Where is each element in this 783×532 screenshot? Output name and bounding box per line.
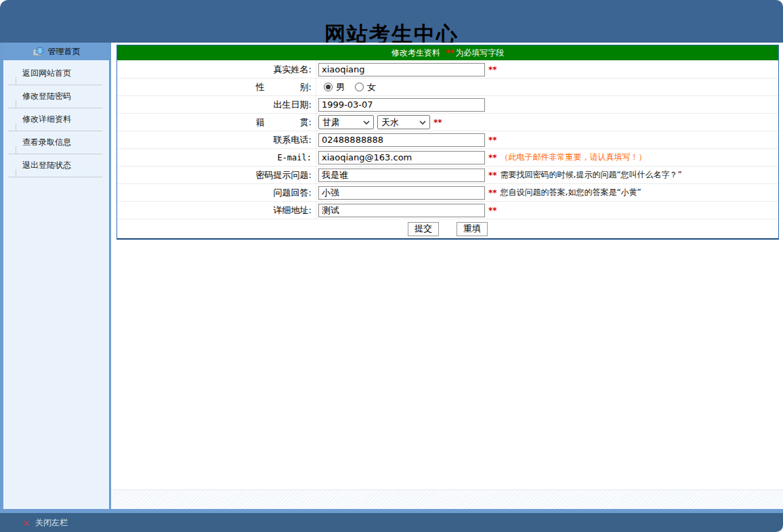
row-real-name: 真实姓名: ** (117, 60, 778, 78)
row-birth-date: 出生日期: (117, 95, 778, 113)
answer-input[interactable] (318, 186, 485, 200)
sidebar-item-home[interactable]: 返回网站首页 (8, 62, 102, 85)
reset-button[interactable]: 重填 (457, 222, 488, 236)
address-label: 详细地址: (117, 202, 316, 219)
close-icon[interactable]: × (22, 518, 30, 527)
sidebar-header-label[interactable]: 管理首页 (48, 46, 81, 58)
birth-date-input[interactable] (318, 98, 485, 112)
required-marker: ** (446, 48, 454, 58)
gender-option-female: 女 (367, 81, 376, 93)
row-phone: 联系电话: ** (117, 131, 778, 148)
required-marker: ** (488, 188, 497, 198)
gender-label: 性 别: (117, 79, 316, 95)
row-native-place: 籍 贯: 甘肃 天水 (117, 113, 778, 131)
form-title: 修改考生资料 (392, 47, 440, 59)
answer-hint: 您自设问题的答案,如您的答案是“小黄” (501, 187, 641, 198)
required-marker: ** (488, 171, 497, 180)
password-question-input[interactable] (318, 169, 485, 182)
required-marker: ** (433, 118, 442, 127)
required-marker: ** (488, 135, 497, 145)
chevron-down-icon (419, 120, 426, 125)
row-password-question: 密码提示问题: ** 需要找回密码的时候,提示的问题“您叫什么名字？” (117, 166, 778, 183)
real-name-label: 真实姓名: (117, 61, 316, 78)
main-content: 修改考生资料 ** 为必填写字段 真实姓名: ** 性 别: (111, 43, 783, 509)
bottom-hatch-strip (111, 489, 783, 509)
province-select[interactable]: 甘肃 (318, 115, 374, 129)
sidebar: 管理首页 返回网站首页 修改登陆密码 修改详细资料 查看录取信息 退出登陆状态 (3, 43, 109, 509)
sidebar-item-logout[interactable]: 退出登陆状态 (8, 154, 102, 177)
chevron-down-icon (363, 120, 370, 125)
required-marker: ** (488, 206, 497, 215)
row-address: 详细地址: ** (117, 201, 778, 219)
sidebar-menu: 返回网站首页 修改登陆密码 修改详细资料 查看录取信息 退出登陆状态 (3, 60, 109, 177)
footer-bar: × 关闭左栏 (0, 513, 783, 532)
email-input[interactable] (318, 151, 485, 164)
form-title-note: 为必填写字段 (455, 47, 504, 59)
close-left-pane-link[interactable]: 关闭左栏 (35, 517, 68, 529)
province-select-value: 甘肃 (322, 116, 340, 129)
gender-radio-male[interactable] (324, 83, 333, 91)
email-label: E-mail: (117, 149, 316, 166)
password-question-hint: 需要找回密码的时候,提示的问题“您叫什么名字？” (501, 169, 682, 181)
row-gender: 性 别: 男 女 (117, 78, 778, 95)
sidebar-item-edit-profile[interactable]: 修改详细资料 (8, 108, 102, 131)
app-window: 网站考生中心 管理首页 返回网站首页 修改登陆密码 修改详细资料 (0, 0, 783, 532)
form-actions: 提交 重填 (117, 219, 778, 238)
page-title: 网站考生中心 (324, 24, 459, 43)
sidebar-item-change-password[interactable]: 修改登陆密码 (8, 85, 102, 108)
address-input[interactable] (318, 204, 485, 217)
phone-label: 联系电话: (117, 131, 316, 148)
row-answer: 问题回答: ** 您自设问题的答案,如您的答案是“小黄” (117, 183, 778, 201)
city-select[interactable]: 天水 (377, 115, 430, 129)
sidebar-item-view-admission[interactable]: 查看录取信息 (8, 131, 102, 154)
gender-radio-female[interactable] (355, 83, 364, 91)
row-email: E-mail: ** （此电子邮件非常重要，请认真填写！） (117, 148, 778, 166)
email-hint: （此电子邮件非常重要，请认真填写！） (501, 152, 647, 163)
gender-option-male: 男 (336, 81, 345, 93)
real-name-input[interactable] (318, 63, 485, 76)
page-header: 网站考生中心 (0, 0, 783, 43)
required-marker: ** (488, 153, 497, 162)
city-select-value: 天水 (381, 116, 399, 129)
content-filler (111, 240, 783, 489)
phone-input[interactable] (318, 133, 485, 147)
form-title-bar: 修改考生资料 ** 为必填写字段 (117, 45, 778, 60)
network-computer-icon (33, 47, 44, 57)
sidebar-header: 管理首页 (3, 43, 109, 60)
candidate-profile-form: 修改考生资料 ** 为必填写字段 真实姓名: ** 性 别: (117, 45, 779, 240)
answer-label: 问题回答: (117, 184, 316, 201)
password-question-label: 密码提示问题: (117, 167, 316, 183)
submit-button[interactable]: 提交 (408, 222, 439, 236)
native-place-label: 籍 贯: (117, 114, 316, 131)
required-marker: ** (488, 65, 497, 74)
birth-date-label: 出生日期: (117, 96, 316, 113)
